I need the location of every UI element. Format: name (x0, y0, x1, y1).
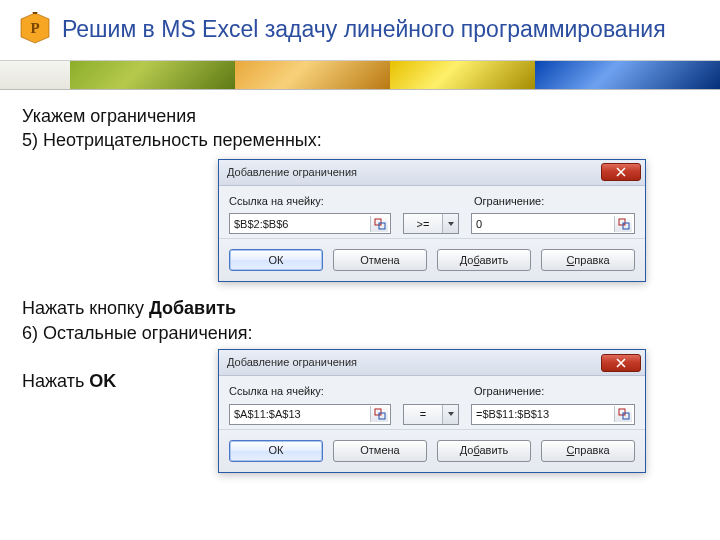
help-button[interactable]: Справка (541, 440, 635, 462)
text-line: Укажем ограничения (22, 104, 698, 128)
ok-button[interactable]: ОК (229, 249, 323, 271)
cancel-button[interactable]: Отмена (333, 440, 427, 462)
slide-title: Решим в MS Excel задачу линейного програ… (62, 16, 666, 43)
chevron-down-icon (442, 405, 458, 424)
dialog-titlebar: Добавление ограничения (219, 160, 645, 186)
operator-select[interactable]: = (403, 404, 459, 425)
range-picker-icon[interactable] (370, 216, 388, 232)
slide-body: Укажем ограничения 5) Неотрицательность … (0, 90, 720, 393)
text-line: Нажать кнопку Добавить (22, 296, 698, 320)
slide-header: P Решим в MS Excel задачу линейного прог… (0, 0, 720, 60)
svg-rect-9 (623, 413, 629, 419)
decorative-band (0, 60, 720, 90)
presentation-logo: P (18, 12, 52, 46)
cancel-button[interactable]: Отмена (333, 249, 427, 271)
add-constraint-dialog-2: Добавление ограничения Ссылка на ячейку:… (218, 349, 646, 473)
cell-ref-input[interactable]: $B$2:$B$6 (229, 213, 391, 234)
svg-rect-7 (379, 413, 385, 419)
constraint-input[interactable]: =$B$11:$B$13 (471, 404, 635, 425)
text-line: 5) Неотрицательность переменных: (22, 128, 698, 152)
cell-ref-input[interactable]: $A$11:$A$13 (229, 404, 391, 425)
add-button[interactable]: Добавить (437, 440, 531, 462)
svg-rect-2 (375, 219, 381, 225)
constraint-input[interactable]: 0 (471, 213, 635, 234)
svg-rect-0 (33, 12, 37, 14)
dialog-title: Добавление ограничения (227, 355, 595, 370)
cell-ref-label: Ссылка на ячейку: (229, 384, 404, 399)
range-picker-icon[interactable] (614, 216, 632, 232)
add-constraint-dialog-1: Добавление ограничения Ссылка на ячейку:… (218, 159, 646, 283)
add-button[interactable]: Добавить (437, 249, 531, 271)
svg-rect-5 (623, 223, 629, 229)
chevron-down-icon (442, 214, 458, 233)
close-button[interactable] (601, 163, 641, 181)
cell-ref-label: Ссылка на ячейку: (229, 194, 404, 209)
ok-button[interactable]: ОК (229, 440, 323, 462)
text-line: 6) Остальные ограничения: (22, 321, 698, 345)
constraint-label: Ограничение: (474, 194, 635, 209)
close-button[interactable] (601, 354, 641, 372)
svg-rect-4 (619, 219, 625, 225)
svg-rect-8 (619, 409, 625, 415)
constraint-label: Ограничение: (474, 384, 635, 399)
svg-text:P: P (30, 20, 39, 36)
help-button[interactable]: Справка (541, 249, 635, 271)
svg-rect-6 (375, 409, 381, 415)
range-picker-icon[interactable] (614, 406, 632, 422)
dialog-title: Добавление ограничения (227, 165, 595, 180)
range-picker-icon[interactable] (370, 406, 388, 422)
svg-rect-3 (379, 223, 385, 229)
operator-select[interactable]: >= (403, 213, 459, 234)
